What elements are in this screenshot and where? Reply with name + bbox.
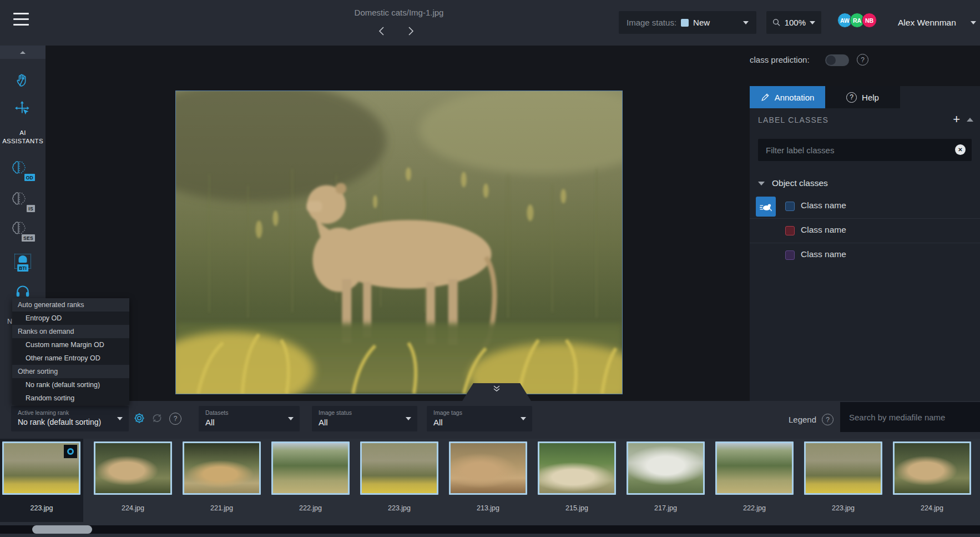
pan-tool-button[interactable]	[15, 72, 31, 89]
zoom-control[interactable]: 100%	[766, 11, 821, 34]
class-prediction-toggle[interactable]	[825, 54, 849, 66]
active-learning-button[interactable]	[15, 283, 31, 300]
rank-menu-item[interactable]: Random sorting	[12, 392, 129, 405]
add-class-button plus-icon[interactable]	[953, 112, 960, 127]
active-learning-rank-menu: Auto generated ranks Entropy OD Ranks on…	[12, 298, 129, 405]
datasets-filter-select[interactable]: Datasets All	[199, 406, 300, 431]
class-tool-button[interactable]	[756, 197, 776, 217]
blob-icon	[19, 255, 27, 263]
thumbnail-filename: 223.jpg	[804, 504, 882, 512]
main-image[interactable]	[175, 91, 623, 394]
filmstrip-item[interactable]: 213.jpg	[449, 439, 527, 522]
legend-help-icon[interactable]	[822, 414, 833, 425]
filmstrip-item[interactable]: 215.jpg	[538, 439, 616, 522]
next-image-button[interactable]	[403, 24, 418, 38]
chevron-down-icon	[288, 417, 294, 420]
filmstrip-item[interactable]: 217.jpg	[627, 439, 705, 522]
filmstrip-item[interactable]: 221.jpg	[183, 439, 261, 522]
media-title: Domestic cats/Img-1.jpg	[355, 8, 444, 17]
user-menu[interactable]: Alex Wennman	[898, 0, 976, 46]
ai-assistants-label: AI ASSISTANTS	[0, 129, 46, 145]
hamburger-menu-icon[interactable]	[13, 13, 30, 27]
move-tool-button[interactable]	[15, 101, 31, 119]
class-visibility-checkbox[interactable]	[785, 226, 795, 235]
triangle-up-icon	[20, 51, 26, 54]
move-cursor-icon	[15, 101, 31, 117]
filmstrip-item[interactable]: 224.jpg	[94, 439, 172, 522]
scrollbar-track[interactable]	[0, 525, 980, 534]
class-prediction-help-icon[interactable]	[857, 54, 868, 66]
assistant-semantic-segmentation-button[interactable]: SES	[12, 220, 34, 240]
assistant-bti-button[interactable]: BTI	[14, 254, 31, 269]
class-prediction-label: class prediction:	[750, 55, 810, 64]
rank-menu-item[interactable]: Entropy OD	[12, 312, 129, 325]
class-row[interactable]: Class name	[750, 219, 980, 243]
filmstrip-item[interactable]: 223.jpg	[804, 439, 882, 522]
legend-label: Legend	[789, 415, 816, 424]
rank-settings-button[interactable]	[133, 412, 145, 424]
rank-menu-item[interactable]: Custom name Margin OD	[12, 338, 129, 352]
collapse-panel-button triangle-up-icon[interactable]	[967, 118, 973, 122]
assistant-badge: SES	[22, 234, 35, 242]
filmstrip-item[interactable]: 223.jpg	[0, 439, 83, 522]
chevron-down-icon	[743, 21, 749, 24]
thumbnail-image	[449, 441, 527, 495]
thumbnail-filename: 224.jpg	[893, 504, 971, 512]
tab-help[interactable]: Help	[825, 86, 900, 108]
object-classes-label: Object classes	[772, 178, 828, 188]
rank-menu-item[interactable]: Other name Entropy OD	[12, 352, 129, 365]
chevron-down-icon	[971, 21, 976, 24]
user-name: Alex Wennman	[898, 18, 956, 28]
chevron-down-icon	[406, 417, 411, 420]
select-label: Active learning rank	[18, 409, 69, 416]
image-tags-filter-select[interactable]: Image tags All	[427, 406, 532, 431]
assistant-badge: BTI	[17, 264, 28, 272]
select-value: No rank (default sorting)	[18, 418, 101, 426]
chevron-left-icon	[376, 24, 389, 38]
lion-photo-rendering	[176, 91, 622, 394]
tab-annotation[interactable]: Annotation	[750, 86, 825, 108]
filmstrip-item[interactable]: 222.jpg	[715, 439, 794, 522]
refresh-icon	[151, 412, 163, 424]
thumbnail-filename: 223.jpg	[360, 504, 438, 512]
class-visibility-checkbox[interactable]	[785, 202, 795, 211]
active-learning-rank-select[interactable]: Active learning rank No rank (default so…	[11, 406, 129, 431]
collaborator-avatars: AW RA NB	[837, 13, 877, 28]
refresh-ranks-button[interactable]	[151, 412, 163, 424]
collapse-filmstrip-button[interactable]	[462, 383, 531, 401]
thumbnail-image	[94, 441, 172, 495]
thumbnail-image	[804, 441, 882, 495]
assistant-instance-segmentation-button[interactable]: IS	[12, 191, 34, 211]
filmstrip-item[interactable]: 224.jpg	[893, 439, 971, 522]
image-status-dropdown[interactable]: Image status: New	[619, 11, 756, 34]
thumbnail-filename: 223.jpg	[2, 504, 81, 512]
mediafile-search-input[interactable]	[840, 402, 980, 432]
filmstrip-scrollbar-area	[0, 522, 980, 537]
chevron-down-icon	[521, 417, 526, 420]
select-label: Image tags	[433, 409, 462, 416]
active-learning-help-icon[interactable]	[169, 413, 181, 425]
rank-menu-group-header: Auto generated ranks	[12, 298, 129, 312]
filmstrip-item[interactable]: 223.jpg	[360, 439, 438, 522]
rank-menu-group-header: Ranks on demand	[12, 325, 129, 338]
class-row[interactable]: Class name	[750, 243, 980, 268]
object-classes-group-toggle[interactable]: Object classes	[758, 175, 828, 192]
sidebar-scroll-up[interactable]	[0, 46, 46, 59]
avatar[interactable]: NB	[862, 13, 877, 28]
class-row[interactable]: Class name	[750, 194, 980, 219]
filmstrip-item[interactable]: 222.jpg	[271, 439, 350, 522]
filter-label-classes-input[interactable]	[758, 139, 972, 161]
scrollbar-thumb[interactable]	[32, 525, 92, 534]
class-visibility-checkbox[interactable]	[785, 250, 795, 260]
toggle-knob	[826, 56, 836, 65]
assistant-object-detection-button[interactable]: OD	[12, 160, 34, 180]
class-list: Class name Class name Class name	[750, 194, 980, 268]
previous-image-button[interactable]	[376, 24, 390, 38]
chevron-down-icon	[117, 417, 123, 420]
thumbnail-filename: 217.jpg	[627, 504, 705, 512]
thumbnail-image	[627, 441, 705, 495]
tab-row-filler	[900, 86, 980, 108]
clear-filter-button close-icon[interactable]	[955, 144, 966, 155]
rank-menu-item[interactable]: No rank (default sorting)	[12, 378, 129, 392]
image-status-filter-select[interactable]: Image status All	[312, 406, 417, 431]
